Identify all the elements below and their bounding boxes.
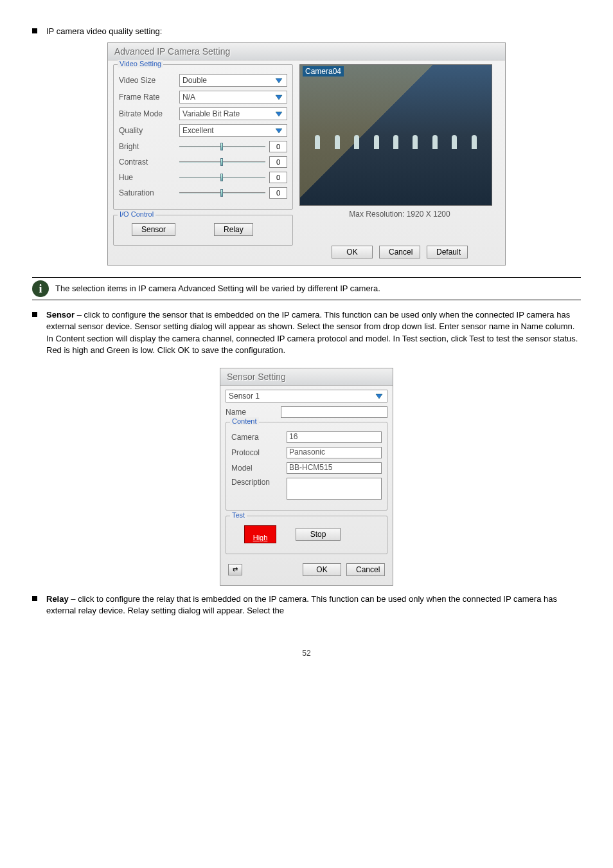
- sensor-setting-dialog: Sensor Setting Sensor 1 Name Content Cam…: [220, 368, 393, 586]
- name-label: Name: [226, 408, 277, 417]
- advanced-ip-camera-dialog: Advanced IP Camera Setting Video Setting…: [107, 42, 506, 266]
- sensor-select[interactable]: Sensor 1: [226, 390, 387, 402]
- frame-rate-value: N/A: [182, 93, 274, 102]
- sensor-status-indicator: High: [244, 525, 276, 543]
- chevron-down-icon: [374, 392, 384, 401]
- info-icon: i: [32, 280, 49, 297]
- svg-marker-4: [376, 394, 382, 399]
- frame-rate-select[interactable]: N/A: [179, 91, 287, 104]
- map-icon[interactable]: ⇄: [228, 564, 242, 575]
- description-label: Description: [231, 478, 283, 487]
- info-note-text: The selection items in IP camera Advance…: [55, 283, 380, 294]
- dialog-title: Sensor Setting: [220, 368, 393, 386]
- bitrate-mode-value: Variable Bit Rate: [182, 109, 274, 118]
- bullet-item: IP camera video quality setting:: [32, 26, 581, 37]
- bullet-text-sensor: Sensor – click to configure the sensor t…: [46, 309, 581, 356]
- content-fieldset: Content Camera 16 Protocol Panasonic Mod…: [226, 422, 387, 511]
- bright-value: 0: [269, 141, 287, 152]
- divider: [32, 300, 581, 300]
- svg-marker-1: [276, 95, 282, 100]
- quality-label: Quality: [119, 126, 175, 135]
- camera-preview: Camera04: [299, 64, 492, 206]
- contrast-value: 0: [269, 156, 287, 168]
- bullet-icon: [32, 596, 37, 601]
- chevron-down-icon: [274, 93, 284, 102]
- default-button[interactable]: Default: [427, 246, 468, 258]
- sensor-select-value: Sensor 1: [229, 392, 374, 401]
- io-control-legend: I/O Control: [118, 210, 155, 218]
- content-legend: Content: [230, 417, 259, 425]
- protocol-field: Panasonic: [287, 447, 382, 458]
- camera-field: 16: [287, 431, 382, 443]
- video-size-select[interactable]: Double: [179, 74, 287, 87]
- video-size-value: Double: [182, 76, 274, 85]
- name-input[interactable]: [281, 406, 387, 418]
- io-control-fieldset: I/O Control Sensor Relay: [113, 215, 293, 246]
- saturation-label: Saturation: [119, 188, 175, 197]
- camera-label: Camera: [231, 433, 283, 442]
- bullet-prefix-sensor: Sensor: [46, 310, 75, 320]
- hue-label: Hue: [119, 173, 175, 182]
- frame-rate-label: Frame Rate: [119, 93, 175, 102]
- camera-preview-label: Camera04: [303, 66, 344, 77]
- sensor-button[interactable]: Sensor: [132, 223, 175, 236]
- video-size-label: Video Size: [119, 76, 175, 85]
- chevron-down-icon: [274, 109, 284, 118]
- bullet-text-relay: Relay – click to configure the relay tha…: [46, 593, 581, 617]
- page-number: 52: [32, 649, 581, 658]
- contrast-label: Contrast: [119, 158, 175, 167]
- bright-slider[interactable]: [179, 142, 265, 151]
- test-fieldset: Test High Stop: [226, 516, 387, 554]
- video-setting-fieldset: Video Setting Video Size Double Frame Ra…: [113, 64, 293, 210]
- chevron-down-icon: [274, 76, 284, 85]
- info-note: i The selection items in IP camera Advan…: [32, 280, 581, 297]
- description-field[interactable]: [287, 478, 382, 500]
- svg-marker-3: [276, 129, 282, 133]
- bitrate-mode-select[interactable]: Variable Bit Rate: [179, 107, 287, 120]
- cancel-button[interactable]: Cancel: [346, 563, 385, 576]
- quality-select[interactable]: Excellent: [179, 124, 287, 137]
- stop-button[interactable]: Stop: [296, 528, 341, 541]
- test-legend: Test: [230, 511, 247, 519]
- bullet-icon: [32, 28, 37, 33]
- svg-marker-2: [276, 112, 282, 116]
- bitrate-mode-label: Bitrate Mode: [119, 109, 175, 118]
- bullet-item: Sensor – click to configure the sensor t…: [32, 309, 581, 356]
- bullet-icon: [32, 312, 37, 317]
- max-resolution-text: Max Resolution: 1920 X 1200: [299, 210, 500, 219]
- hue-value: 0: [269, 172, 287, 183]
- bullet-prefix-relay: Relay: [46, 594, 69, 604]
- model-field: BB-HCM515: [287, 462, 382, 474]
- relay-button[interactable]: Relay: [214, 223, 253, 236]
- bullet-body-sensor: – click to configure the sensor that is …: [46, 310, 578, 355]
- bright-label: Bright: [119, 142, 175, 151]
- dialog-title: Advanced IP Camera Setting: [108, 43, 505, 60]
- hue-slider[interactable]: [179, 173, 265, 182]
- saturation-value: 0: [269, 187, 287, 199]
- bullet-body-relay: – click to configure the relay that is e…: [46, 594, 557, 615]
- chevron-down-icon: [274, 126, 284, 135]
- model-label: Model: [231, 464, 283, 473]
- video-setting-legend: Video Setting: [118, 60, 163, 68]
- ok-button[interactable]: OK: [303, 563, 341, 576]
- svg-marker-0: [276, 78, 282, 83]
- divider: [32, 277, 581, 278]
- bullet-text-1: IP camera video quality setting:: [46, 26, 162, 37]
- protocol-label: Protocol: [231, 448, 283, 457]
- contrast-slider[interactable]: [179, 158, 265, 167]
- saturation-slider[interactable]: [179, 188, 265, 197]
- ok-button[interactable]: OK: [332, 246, 373, 258]
- bullet-item: Relay – click to configure the relay tha…: [32, 593, 581, 617]
- quality-value: Excellent: [182, 126, 274, 135]
- cancel-button[interactable]: Cancel: [379, 246, 420, 258]
